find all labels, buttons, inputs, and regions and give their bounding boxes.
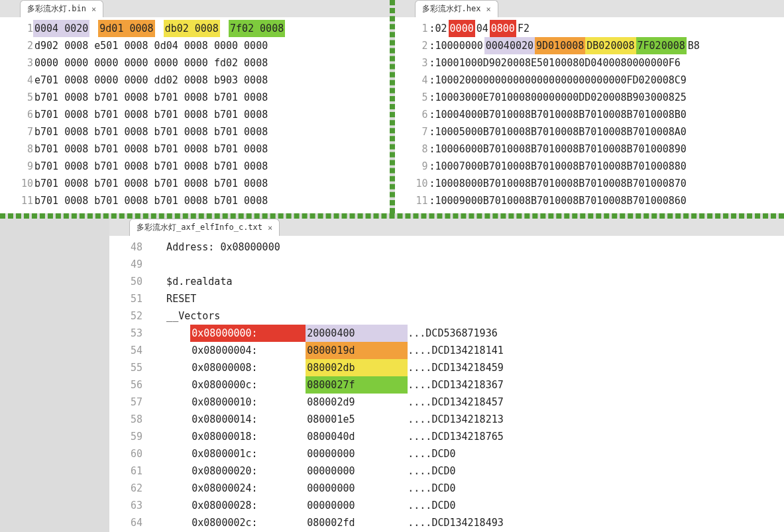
vector-value: 080002fd: [306, 514, 408, 531]
vector-decimal: 134218141: [449, 345, 503, 356]
line-number: 60: [113, 445, 142, 462]
code-content[interactable]: :10005000B7010008B7010008B7010008B701000…: [428, 123, 781, 140]
code-content[interactable]: 0x08000000:20000400...DCD536871936: [142, 325, 780, 342]
code-content[interactable]: :10001000D9020008E50100080D0400080000000…: [428, 54, 781, 72]
vector-decimal: 0: [449, 482, 455, 494]
code-content[interactable]: 0x0800002c:080002fd....DCD134218493: [142, 514, 780, 531]
code-content[interactable]: b701 0008 b701 0008 b701 0008 b701 0008: [33, 158, 386, 175]
hex-segment: b701 0008 b701 0008 b701 0008 b701 0008: [33, 140, 269, 158]
hex-editor-body[interactable]: 1:020000040800F22:10000000000400209D0100…: [395, 17, 785, 213]
code-content[interactable]: 0x08000028:00000000....DCD0: [142, 497, 780, 514]
txt-editor-body[interactable]: 48 Address: 0x080000004950 $d.realdata51…: [109, 236, 784, 532]
bin-editor-pane: 多彩流水灯.bin × 10004 0020 9d01 0008 db02 00…: [0, 0, 390, 213]
code-content[interactable]: :10007000B7010008B7010008B7010008B701000…: [428, 158, 781, 175]
code-line: 57 0x08000010:080002d9....DCD134218457: [113, 394, 780, 411]
vector-mnemonic: DCD: [431, 500, 449, 511]
vector-decimal: 134218765: [449, 431, 503, 443]
vector-value: 0800019d: [306, 342, 408, 359]
vector-address: 0x08000008:: [190, 359, 306, 376]
bin-editor-body[interactable]: 10004 0020 9d01 0008 db02 0008 7f02 0008…: [0, 17, 390, 213]
code-content[interactable]: b701 0008 b701 0008 b701 0008 b701 0008: [33, 192, 386, 209]
code-content[interactable]: 0x08000008:080002db....DCD134218459: [142, 359, 780, 376]
code-content[interactable]: 0x08000010:080002d9....DCD134218457: [142, 394, 780, 411]
code-content[interactable]: $d.realdata: [142, 273, 780, 290]
code-content[interactable]: b701 0008 b701 0008 b701 0008 b701 0008: [33, 175, 386, 192]
tab-txt[interactable]: 多彩流水灯_axf_elfInfo_c.txt ×: [129, 219, 280, 236]
code-line: 8:10006000B7010008B7010008B7010008B70100…: [399, 140, 781, 158]
hex-segment: F2: [516, 20, 531, 37]
close-icon[interactable]: ×: [486, 5, 490, 14]
line-number: 4: [399, 72, 428, 89]
vector-mnemonic: DCD: [431, 482, 449, 494]
code-content[interactable]: 0004 0020 9d01 0008 db02 0008 7f02 0008: [33, 20, 386, 37]
code-content[interactable]: [142, 256, 780, 273]
code-line: 2:10000000000400209D010008DB0200087F0200…: [399, 37, 781, 54]
code-content[interactable]: Address: 0x08000000: [142, 239, 780, 256]
vector-dots: ....: [408, 362, 431, 374]
code-content[interactable]: b701 0008 b701 0008 b701 0008 b701 0008: [33, 123, 386, 140]
close-icon[interactable]: ×: [268, 223, 272, 233]
tab-bin[interactable]: 多彩流水灯.bin ×: [20, 0, 103, 17]
vector-dots: ....: [408, 465, 431, 477]
line-number: 9: [399, 158, 428, 175]
vector-address: 0x08000028:: [190, 497, 306, 514]
code-line: 50 $d.realdata: [113, 273, 780, 290]
code-content[interactable]: :10009000B7010008B7010008B7010008B701000…: [428, 192, 781, 209]
code-content[interactable]: :10006000B7010008B7010008B7010008B701000…: [428, 140, 781, 158]
code-content[interactable]: :10008000B7010008B7010008B7010008B701000…: [428, 175, 781, 192]
tab-hex[interactable]: 多彩流水灯.hex ×: [415, 0, 498, 17]
code-content[interactable]: 0x08000018:0800040d....DCD134218765: [142, 428, 780, 445]
line-number: 55: [113, 359, 142, 376]
code-content[interactable]: :020000040800F2: [428, 20, 781, 37]
code-content[interactable]: 0x0800001c:00000000....DCD0: [142, 445, 780, 462]
code-line: 48 Address: 0x08000000: [113, 239, 780, 256]
code-content[interactable]: e701 0008 0000 0000 dd02 0008 b903 0008: [33, 72, 386, 89]
close-icon[interactable]: ×: [91, 5, 96, 14]
code-content[interactable]: 0x08000004:0800019d....DCD134218141: [142, 342, 780, 359]
code-line: 7b701 0008 b701 0008 b701 0008 b701 0008: [4, 123, 386, 140]
code-content[interactable]: :10004000B7010008B7010008B7010008B701000…: [428, 106, 781, 123]
line-number: 10: [399, 175, 428, 192]
vector-mnemonic: DCD: [431, 362, 449, 374]
code-content[interactable]: 0000 0000 0000 0000 0000 0000 fd02 0008: [33, 54, 386, 72]
hex-segment: :10001000D9020008E50100080D0400080000000…: [428, 54, 682, 72]
code-line: 10004 0020 9d01 0008 db02 0008 7f02 0008: [4, 20, 386, 37]
code-line: 4:10002000000000000000000000000000FD0200…: [399, 72, 781, 89]
code-content[interactable]: RESET: [142, 290, 780, 307]
code-content[interactable]: :10002000000000000000000000000000FD02000…: [428, 72, 781, 89]
txt-editor-pane: 多彩流水灯_axf_elfInfo_c.txt × 48 Address: 0x…: [109, 219, 784, 532]
tab-hex-label: 多彩流水灯.hex: [422, 3, 481, 15]
code-content[interactable]: 0x0800000c:0800027f....DCD134218367: [142, 376, 780, 394]
code-line: 10b701 0008 b701 0008 b701 0008 b701 000…: [4, 175, 386, 192]
code-content[interactable]: __Vectors: [142, 307, 780, 325]
code-content[interactable]: d902 0008 e501 0008 0d04 0008 0000 0000: [33, 37, 386, 54]
code-line: 49: [113, 256, 780, 273]
code-content[interactable]: b701 0008 b701 0008 b701 0008 b701 0008: [33, 140, 386, 158]
code-line: 61 0x08000020:00000000....DCD0: [113, 462, 780, 480]
code-content[interactable]: :10003000E701000800000000DD020008B903000…: [428, 89, 781, 106]
line-number: 49: [113, 256, 142, 273]
code-line: 9:10007000B7010008B7010008B7010008B70100…: [399, 158, 781, 175]
line-number: 2: [4, 37, 33, 54]
hex-segment: :02: [428, 20, 449, 37]
code-content[interactable]: b701 0008 b701 0008 b701 0008 b701 0008: [33, 89, 386, 106]
line-number: 8: [4, 140, 33, 158]
vector-decimal: 134218459: [449, 362, 503, 374]
code-line: 55 0x08000008:080002db....DCD134218459: [113, 359, 780, 376]
code-content[interactable]: 0x08000020:00000000....DCD0: [142, 462, 780, 480]
hex-segment: 04: [475, 20, 490, 37]
hex-segment: DB020008: [585, 37, 636, 54]
line-number: 56: [113, 376, 142, 394]
code-content[interactable]: 0x08000014:080001e5....DCD134218213: [142, 411, 780, 428]
code-line: 9b701 0008 b701 0008 b701 0008 b701 0008: [4, 158, 386, 175]
tabbar-right: 多彩流水灯.hex ×: [395, 0, 785, 17]
line-number: 4: [4, 72, 33, 89]
hex-segment: :10007000B7010008B7010008B7010008B701000…: [428, 158, 688, 175]
code-content[interactable]: :10000000000400209D010008DB0200087F02000…: [428, 37, 781, 54]
vector-decimal: 134218457: [449, 396, 503, 408]
code-line: 64 0x0800002c:080002fd....DCD134218493: [113, 514, 780, 531]
code-content[interactable]: b701 0008 b701 0008 b701 0008 b701 0008: [33, 106, 386, 123]
code-content[interactable]: 0x08000024:00000000....DCD0: [142, 480, 780, 497]
vector-decimal: 0: [449, 465, 455, 477]
code-line: 53 0x08000000:20000400...DCD536871936: [113, 325, 780, 342]
